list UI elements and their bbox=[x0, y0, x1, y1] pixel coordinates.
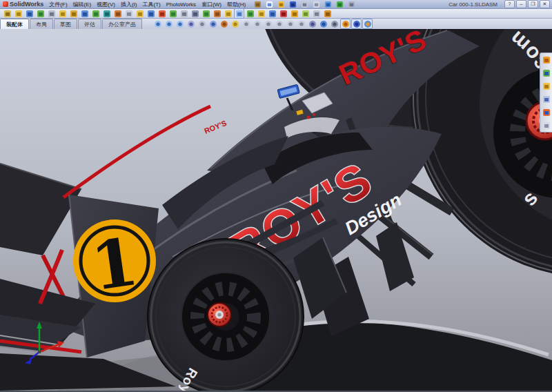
help-button[interactable]: ? bbox=[504, 0, 515, 8]
toolbar-icon-glyph bbox=[213, 10, 221, 18]
toolbar-icon-glyph bbox=[364, 20, 372, 28]
linear-component-pattern-icon[interactable] bbox=[35, 8, 46, 19]
toolbar-icon-glyph bbox=[331, 20, 339, 28]
front-hub-nut bbox=[208, 303, 231, 326]
toolbar-icon-glyph bbox=[136, 10, 144, 18]
curves-icon[interactable] bbox=[212, 8, 222, 19]
file-explorer-icon[interactable] bbox=[542, 81, 551, 90]
weld-bead-icon[interactable] bbox=[322, 8, 333, 19]
new-motion-study-icon[interactable] bbox=[112, 8, 123, 19]
apply-scene-icon[interactable] bbox=[351, 19, 362, 29]
zoom-to-fit-icon[interactable] bbox=[152, 19, 163, 29]
viewport-3d[interactable]: studio@msn.com ROY'S bbox=[0, 29, 552, 391]
isolate-icon[interactable] bbox=[234, 8, 244, 19]
zoom-in-out-icon[interactable] bbox=[175, 19, 185, 29]
measure-icon[interactable] bbox=[179, 8, 189, 19]
options-icon[interactable] bbox=[346, 0, 357, 10]
menu-view[interactable]: 视图(V) bbox=[94, 1, 118, 8]
front-wheel: Roystudio@msn.com bbox=[148, 239, 304, 391]
pan-icon[interactable] bbox=[197, 19, 207, 29]
toolbar-icon-glyph bbox=[319, 20, 328, 28]
tab-sketch[interactable]: 草图 bbox=[54, 19, 77, 29]
solidworks-resources-icon[interactable] bbox=[542, 55, 551, 64]
section-view-icon[interactable] bbox=[219, 19, 229, 29]
graphics-area[interactable]: studio@msn.com ROY'S bbox=[0, 29, 552, 391]
solidworks-search-icon[interactable] bbox=[542, 95, 551, 104]
toolbar-icon-glyph bbox=[289, 1, 297, 8]
menu-window[interactable]: 窗口(W) bbox=[199, 1, 224, 8]
envelope-icon[interactable] bbox=[300, 8, 310, 19]
exploded-view-icon[interactable] bbox=[135, 8, 145, 19]
display-style-icon[interactable] bbox=[307, 19, 317, 29]
menu-photoworks[interactable]: PhotoWorks bbox=[164, 1, 199, 8]
front-view-icon[interactable] bbox=[241, 19, 251, 29]
previous-view-icon[interactable] bbox=[208, 19, 218, 29]
isometric-view-icon[interactable] bbox=[296, 19, 306, 29]
design-library-icon[interactable] bbox=[542, 68, 551, 77]
shadows-icon[interactable] bbox=[329, 19, 339, 29]
interference-detection-icon[interactable] bbox=[157, 8, 167, 19]
menu-insert[interactable]: 插入(I) bbox=[118, 1, 140, 8]
task-pane-icon-glyph bbox=[542, 121, 551, 130]
mass-properties-icon[interactable] bbox=[190, 8, 200, 19]
toolbar-icon-glyph bbox=[301, 1, 308, 8]
toolbar-icon-glyph bbox=[235, 10, 244, 18]
rotate-component-icon[interactable] bbox=[68, 8, 79, 19]
large-assembly-mode-icon[interactable] bbox=[256, 8, 266, 19]
view-orientation-icon[interactable] bbox=[230, 19, 240, 29]
smart-fasteners-icon[interactable] bbox=[46, 8, 57, 19]
toolbar-icon-glyph bbox=[353, 20, 361, 28]
hide-show-items-icon[interactable] bbox=[318, 19, 328, 29]
close-button[interactable]: ✕ bbox=[540, 0, 550, 8]
toolbar-icon-glyph bbox=[158, 10, 166, 18]
edit-appearance-icon[interactable] bbox=[340, 19, 351, 29]
toolbar-icon-glyph bbox=[302, 10, 310, 18]
simulation-icon[interactable] bbox=[245, 8, 255, 19]
back-view-icon[interactable] bbox=[252, 19, 262, 29]
mate-icon[interactable] bbox=[24, 8, 34, 19]
tab-layout[interactable]: 布局 bbox=[30, 19, 53, 29]
move-component-icon[interactable] bbox=[57, 8, 68, 19]
task-pane-icon-glyph bbox=[542, 95, 551, 104]
right-view-icon[interactable] bbox=[274, 19, 284, 29]
explode-line-sketch-icon[interactable] bbox=[146, 8, 156, 19]
smart-components-icon[interactable] bbox=[289, 8, 299, 19]
toolbar-icon-glyph bbox=[246, 10, 255, 18]
tab-evaluate[interactable]: 评估 bbox=[78, 19, 101, 29]
minimize-button[interactable]: – bbox=[516, 0, 526, 8]
mirror-components-icon[interactable] bbox=[278, 8, 288, 19]
reference-geometry-icon[interactable] bbox=[101, 8, 112, 19]
edit-component-icon[interactable] bbox=[2, 8, 12, 19]
toolbar-icon-glyph bbox=[202, 10, 210, 18]
assembly-xpert-icon[interactable] bbox=[168, 8, 178, 19]
app-logo: SolidWorks bbox=[0, 1, 46, 8]
zoom-to-area-icon[interactable] bbox=[164, 19, 174, 29]
menu-edit[interactable]: 编辑(E) bbox=[70, 1, 95, 8]
appearances-scenes-icon[interactable] bbox=[542, 108, 551, 117]
toolbar-icon-glyph bbox=[254, 1, 262, 8]
rotate-view-icon[interactable] bbox=[186, 19, 196, 29]
toolbar-icon-glyph bbox=[308, 20, 317, 28]
assembly-features-icon[interactable] bbox=[90, 8, 101, 19]
insert-component-icon[interactable] bbox=[13, 8, 23, 19]
left-view-icon[interactable] bbox=[263, 19, 273, 29]
task-pane-icon-glyph bbox=[542, 69, 551, 77]
view-settings-icon[interactable] bbox=[362, 19, 373, 29]
toolbar-icon-glyph bbox=[14, 10, 23, 18]
menu-tools[interactable]: 工具(T) bbox=[139, 1, 163, 8]
check-icon[interactable] bbox=[201, 8, 211, 19]
feature-driven-pattern-icon[interactable] bbox=[267, 8, 277, 19]
instant3d-icon[interactable] bbox=[223, 8, 233, 19]
rebuild-icon[interactable] bbox=[335, 0, 345, 10]
tab-assembly[interactable]: 装配体 bbox=[0, 19, 29, 29]
restore-button[interactable]: ❐ bbox=[528, 0, 538, 8]
custom-properties-icon[interactable] bbox=[542, 121, 551, 130]
show-hidden-components-icon[interactable] bbox=[79, 8, 90, 19]
bill-of-materials-icon[interactable] bbox=[124, 8, 134, 19]
menu-file[interactable]: 文件(F) bbox=[46, 1, 70, 8]
tab-office-products[interactable]: 办公室产品 bbox=[102, 19, 142, 29]
menu-help[interactable]: 帮助(H) bbox=[224, 1, 248, 8]
command-manager-row: 装配体布局草图评估办公室产品 bbox=[0, 19, 552, 30]
top-view-icon[interactable] bbox=[285, 19, 295, 29]
belt-chain-icon[interactable] bbox=[311, 8, 322, 19]
